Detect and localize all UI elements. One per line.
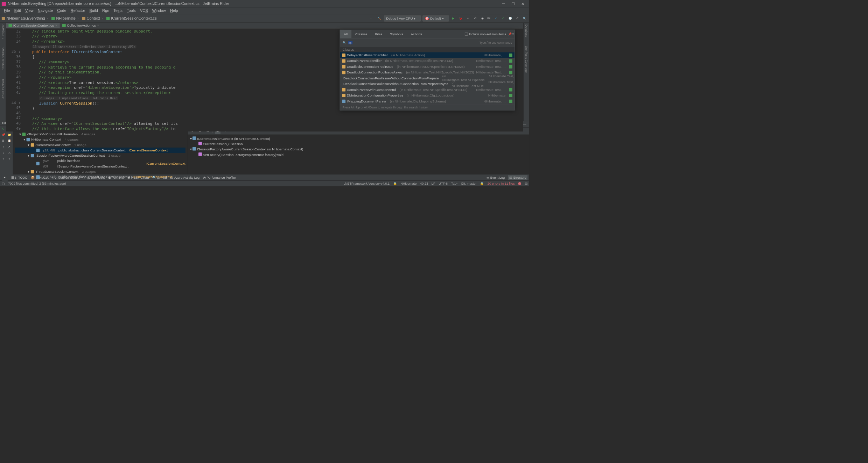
run-config-selector[interactable]: Debug | Any CPU ▾: [384, 15, 421, 22]
prev-button[interactable]: ↑: [1, 144, 6, 149]
breadcrumb-item[interactable]: NHibernate.Everything: [6, 16, 45, 21]
search-query[interactable]: dpi: [348, 41, 352, 44]
tw-azure[interactable]: ▤ Azure Activity Log: [170, 176, 200, 179]
minimize-button[interactable]: ─: [499, 0, 508, 7]
breadcrumb[interactable]: NHibernate.Everything〉 NHibernate〉 Conte…: [2, 16, 157, 21]
git-history-button[interactable]: 🕐: [507, 16, 513, 21]
rail-favorites[interactable]: ★: [4, 176, 6, 179]
status-errors[interactable]: 20 errors in 11 files: [488, 181, 515, 185]
menu-build[interactable]: Build: [87, 8, 100, 13]
git-commit-button[interactable]: ✓: [500, 16, 506, 21]
export-button[interactable]: ↗: [7, 144, 12, 149]
tw-tests[interactable]: ✓ 8: Unit Tests: [84, 176, 105, 179]
tw-structure[interactable]: ▤ Structure: [508, 175, 527, 180]
breadcrumb-item[interactable]: Context: [87, 16, 100, 21]
search-result-item[interactable]: DomainParentWithComponentId (in NHiberna…: [340, 87, 514, 92]
rail-coverage[interactable]: Unit Tests Coverage: [525, 46, 528, 73]
group-button[interactable]: 📁: [7, 132, 12, 137]
status-framework[interactable]: .NETFramework,Version=v4.6.1: [344, 181, 390, 185]
breadcrumb-item[interactable]: ICurrentSessionContext.cs: [111, 16, 157, 21]
close-button[interactable]: ✕: [518, 0, 527, 7]
collapse-button[interactable]: 📋: [7, 138, 12, 143]
include-non-solution-checkbox[interactable]: Include non-solution items: [465, 32, 509, 36]
status-position[interactable]: 40:23: [420, 181, 428, 185]
next-button[interactable]: ↓: [1, 150, 6, 155]
tab-close-button[interactable]: ×: [55, 24, 57, 28]
menu-run[interactable]: Run: [100, 8, 111, 13]
more-button[interactable]: »: [1, 156, 6, 161]
tab-close-button[interactable]: ×: [97, 24, 99, 28]
structure-node[interactable]: ▾ ICurrentSessionContext (in NHibernate.…: [190, 136, 527, 141]
run-button[interactable]: ▶: [451, 16, 456, 21]
more-button-2[interactable]: »: [7, 156, 12, 161]
menu-tests[interactable]: Tests: [111, 8, 125, 13]
menu-help[interactable]: Help: [168, 8, 180, 13]
menu-view[interactable]: View: [23, 8, 36, 13]
search-result-item[interactable]: DeadlockConnectionPoolIssueAsync (in NHi…: [340, 70, 514, 75]
tw-find[interactable]: 🔍 3: Find: [152, 176, 167, 179]
search-result-item[interactable]: DeadlockConnectionPoolIssue (in NHiberna…: [340, 64, 514, 69]
menu-edit[interactable]: Edit: [12, 8, 23, 13]
tree-node[interactable]: ▾ <Projects>\<Core>\<NHibernate> 4 usage…: [15, 131, 186, 137]
search-result-item[interactable]: DelayedPostInsertIdentifier (in NHiberna…: [340, 52, 514, 58]
tree-usage[interactable]: (19: 48) public abstract class CurrentSe…: [15, 148, 186, 153]
search-everywhere-button[interactable]: 🔍: [522, 16, 527, 21]
tree-node[interactable]: ▾ ThreadLocalSessionContext 2 usages: [15, 169, 186, 174]
editor-tab[interactable]: CollectionAction.cs ×: [60, 23, 102, 28]
find-results-tree[interactable]: ▾ Base type 4 usages ▾ <Projects>\<Core>…: [13, 126, 188, 180]
filter-button[interactable]: ⏷: [512, 33, 514, 36]
target-selector[interactable]: 🎯 Default ▾: [422, 15, 449, 22]
git-rollback-button[interactable]: ↶: [515, 16, 520, 21]
build-button[interactable]: 🔨: [377, 16, 382, 21]
tw-terminal[interactable]: ▣ Terminal: [108, 176, 124, 179]
tw-vcs[interactable]: ⎘ 9: Version Control: [52, 176, 80, 179]
menu-window[interactable]: Window: [150, 8, 168, 13]
tree-usage[interactable]: (52: 63) public interface ISessionFactor…: [15, 158, 186, 169]
tw-nuget[interactable]: 📦 7: NuGet: [31, 176, 49, 179]
breadcrumb-item[interactable]: NHibernate: [56, 16, 76, 21]
tree-node[interactable]: ▾ CurrentSessionContext 1 usage: [15, 142, 186, 148]
structure-member[interactable]: SetFactory(ISessionFactoryImplementor fa…: [190, 152, 527, 157]
menu-tools[interactable]: Tools: [125, 8, 138, 13]
tw-profiler[interactable]: ◔ Performance Profiler: [203, 176, 236, 179]
structure-member[interactable]: CurrentSession():ISession: [190, 141, 527, 147]
status-encoding[interactable]: UTF-8: [439, 181, 448, 185]
menu-file[interactable]: File: [2, 8, 12, 13]
search-tab-files[interactable]: Files: [371, 30, 386, 38]
menu-navigate[interactable]: Navigate: [36, 8, 55, 13]
status-git[interactable]: Git: master: [461, 181, 477, 185]
error-indicator-icon[interactable]: [518, 182, 521, 185]
rail-database[interactable]: Database: [525, 24, 528, 37]
search-tab-actions[interactable]: Actions: [407, 30, 426, 38]
rail-explorer[interactable]: 1: Explorer: [1, 24, 5, 39]
tw-todo[interactable]: ☰ 6: TODO: [11, 176, 28, 179]
stop-button[interactable]: ■: [465, 16, 471, 21]
expand-button[interactable]: ⊞: [1, 138, 6, 143]
search-tab-all[interactable]: All: [340, 30, 351, 38]
menu-refactor[interactable]: Refactor: [69, 8, 88, 13]
search-result-item[interactable]: DbIntegrationConfigurationProperties (in…: [340, 93, 514, 98]
search-result-item[interactable]: DeadlockConnectionPoolIssueWithoutConnec…: [340, 81, 514, 87]
tree-node[interactable]: ▾ ISessionFactoryAwareCurrentSessionCont…: [15, 153, 186, 158]
rerun-button[interactable]: ↻: [1, 126, 6, 131]
menu-code[interactable]: Code: [55, 8, 68, 13]
profiler-button[interactable]: ⏱: [472, 16, 478, 21]
pin-button[interactable]: 📌: [508, 33, 512, 36]
search-tab-classes[interactable]: Classes: [351, 30, 371, 38]
structure-tree[interactable]: ▾ ICurrentSessionContext (in NHibernate.…: [188, 135, 530, 174]
tw-rest[interactable]: ◉ REST Client: [127, 176, 149, 179]
rail-errors[interactable]: Errors in Solution: [1, 48, 5, 70]
git-update-button[interactable]: ↙: [493, 16, 498, 21]
tw-eventlog[interactable]: ▭ Event Log: [486, 176, 505, 179]
preview-button[interactable]: ◇: [7, 150, 12, 155]
status-indent[interactable]: Tab*: [451, 181, 457, 185]
tree-node[interactable]: ▾ NHibernate.Context 4 usages: [15, 137, 186, 142]
pin-button[interactable]: 📌: [1, 132, 6, 137]
status-lineending[interactable]: LF: [432, 181, 435, 185]
device-button[interactable]: ▭: [369, 16, 375, 21]
editor-tab[interactable]: ICurrentSessionContext.cs ×: [6, 23, 59, 28]
maximize-button[interactable]: ☐: [508, 0, 518, 7]
coverage-button[interactable]: ◉: [479, 16, 485, 21]
rail-azure[interactable]: Azure Explorer: [1, 79, 5, 99]
status-more[interactable]: ▤: [525, 181, 528, 185]
